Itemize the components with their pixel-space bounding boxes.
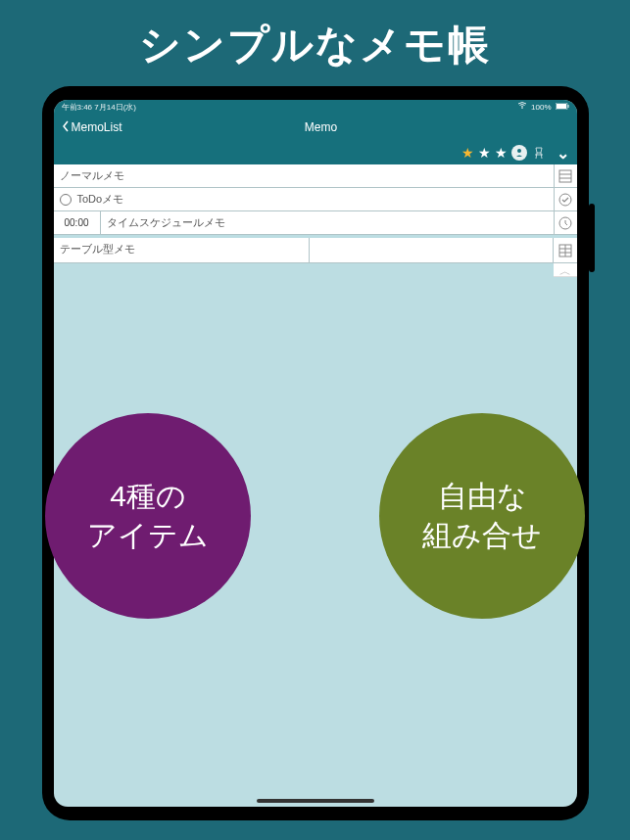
clock-icon[interactable] <box>554 211 577 235</box>
memo-row-todo[interactable]: ToDoメモ <box>54 188 577 211</box>
bubble-left-line1: 4種の <box>110 480 186 512</box>
memo-text: タイムスケジュールメモ <box>107 215 225 230</box>
nav-bar: MemoList Memo <box>54 114 577 141</box>
wifi-icon <box>517 102 527 112</box>
lines-icon[interactable] <box>554 164 577 188</box>
star-icon-filled[interactable]: ★ <box>461 145 474 161</box>
chevron-up-icon[interactable]: ︿ <box>554 263 577 277</box>
memo-row-normal[interactable]: ノーマルメモ <box>54 164 577 188</box>
person-icon[interactable] <box>511 145 527 161</box>
svg-point-4 <box>517 149 521 153</box>
chevron-left-icon <box>62 120 70 135</box>
check-circle-icon[interactable] <box>554 188 577 211</box>
svg-rect-2 <box>557 104 566 109</box>
table-cell-left[interactable]: テーブル型メモ <box>54 238 310 262</box>
bubble-right-line2: 組み合せ <box>422 519 542 551</box>
svg-rect-3 <box>567 105 568 108</box>
star-icon[interactable]: ★ <box>478 145 491 161</box>
bubble-right-line1: 自由な <box>438 480 527 512</box>
time-value[interactable]: 00:00 <box>54 211 101 234</box>
battery-icon <box>556 103 569 112</box>
nav-title: Memo <box>73 120 569 134</box>
chair-icon[interactable] <box>531 145 547 161</box>
promo-title: シンプルなメモ帳 <box>0 0 630 72</box>
bubble-left: 4種の アイテム <box>45 413 251 619</box>
memo-row-table[interactable]: テーブル型メモ <box>54 238 577 263</box>
bubble-right: 自由な 組み合せ <box>379 413 585 619</box>
memo-text: ToDoメモ <box>77 192 124 207</box>
memo-row-time[interactable]: 00:00 タイムスケジュールメモ <box>54 211 577 235</box>
bubble-left-line2: アイテム <box>87 519 209 551</box>
svg-point-0 <box>521 108 522 109</box>
svg-rect-5 <box>559 170 571 182</box>
home-indicator[interactable] <box>257 799 374 803</box>
svg-point-8 <box>559 194 571 206</box>
star-icon[interactable]: ★ <box>495 145 508 161</box>
todo-circle-icon[interactable] <box>60 194 72 206</box>
memo-list: ノーマルメモ ToDoメモ 00:00 <box>54 164 577 277</box>
chevron-down-icon[interactable]: ⌄ <box>557 144 569 163</box>
table-cell-right[interactable] <box>310 238 554 262</box>
status-bar: 午前3:46 7月14日(水) 100% <box>54 100 577 114</box>
memo-text: ノーマルメモ <box>60 168 124 183</box>
battery-percent: 100% <box>531 103 551 112</box>
grid-icon[interactable] <box>558 244 572 257</box>
status-time-date: 午前3:46 7月14日(水) <box>62 102 136 113</box>
toolbar: ★ ★ ★ ⌄ <box>54 141 577 164</box>
